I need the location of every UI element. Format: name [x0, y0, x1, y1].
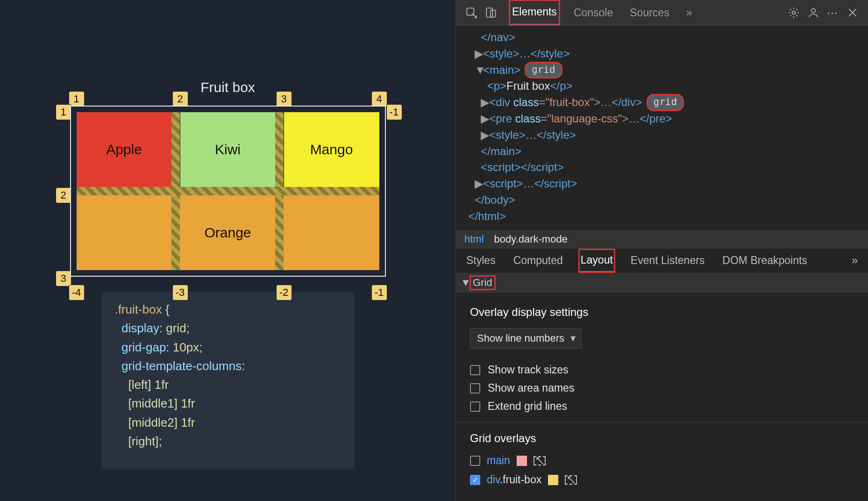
- tab-console[interactable]: Console: [571, 1, 616, 25]
- dom-node[interactable]: </html>: [456, 208, 868, 225]
- dom-node[interactable]: <pre class="language-css">…</pre>: [456, 111, 868, 127]
- svg-rect-2: [491, 10, 496, 17]
- grid-badge[interactable]: grid: [525, 62, 562, 78]
- checkbox-icon[interactable]: [470, 456, 480, 466]
- reveal-in-page-icon[interactable]: [565, 475, 577, 485]
- grid-line-number: 3: [276, 91, 292, 107]
- expand-toggle-icon[interactable]: [481, 111, 489, 127]
- checkbox-icon[interactable]: [470, 383, 480, 394]
- device-toggle-icon[interactable]: [481, 3, 501, 22]
- line-numbers-select[interactable]: Show line numbers: [470, 328, 582, 349]
- dom-node[interactable]: </body>: [456, 192, 868, 208]
- devtools-toolbar: Elements Console Sources » ⋯: [456, 0, 868, 26]
- grid-overlay-row-fruit-box[interactable]: div.fruit-box: [470, 473, 854, 486]
- grid-section-title: Grid: [470, 276, 495, 290]
- layout-grid-section-header[interactable]: ▼ Grid: [456, 273, 868, 293]
- dom-node[interactable]: <p>Fruit box</p>: [456, 78, 868, 94]
- dom-node[interactable]: <script>…</script>: [456, 176, 868, 192]
- checkbox-extend-grid-lines[interactable]: Extend grid lines: [470, 400, 854, 413]
- fruit-box-grid: Apple Kiwi Mango Orange: [74, 109, 382, 273]
- grid-line-number: 1: [56, 104, 71, 120]
- tab-dom-breakpoints[interactable]: DOM Breakpoints: [720, 250, 809, 272]
- grid-cell-apple: Apple: [77, 112, 172, 187]
- dom-breadcrumb: html body.dark-mode: [456, 230, 868, 249]
- checkbox-icon[interactable]: [470, 401, 480, 412]
- grid-cell-kiwi: Kiwi: [180, 112, 276, 187]
- dom-tree[interactable]: </nav> <style>…</style> <main>grid <p>Fr…: [456, 26, 868, 230]
- fruit-box-grid-wrap: 1 2 3 4 1 2 3 -1 -4 -3 -2 -1 Apple Kiwi …: [74, 109, 382, 273]
- inspect-element-icon[interactable]: [462, 3, 481, 22]
- styles-subpanel-tabs: Styles Computed Layout Event Listeners D…: [456, 249, 868, 274]
- close-devtools-icon[interactable]: [843, 3, 862, 22]
- grid-line-number: 2: [56, 187, 71, 203]
- tab-more-panels[interactable]: »: [683, 1, 695, 25]
- tab-layout[interactable]: Layout: [579, 249, 615, 272]
- checkbox-icon[interactable]: [470, 365, 480, 375]
- color-swatch-icon[interactable]: [517, 456, 527, 466]
- expand-toggle-icon[interactable]: [481, 94, 489, 111]
- breadcrumb-item[interactable]: html: [464, 233, 484, 245]
- svg-point-3: [792, 11, 796, 14]
- dom-node[interactable]: <script></script>: [456, 159, 868, 176]
- grid-line-number: 4: [371, 91, 387, 107]
- tab-elements[interactable]: Elements: [509, 0, 560, 25]
- devtools-pane: Elements Console Sources » ⋯ </nav> <sty…: [455, 0, 868, 501]
- layout-grid-pane: Overlay display settings Show line numbe…: [456, 293, 868, 501]
- dom-node[interactable]: <style>…</style>: [456, 46, 868, 62]
- dom-node[interactable]: </main>: [456, 143, 868, 160]
- dom-node[interactable]: </nav>: [456, 29, 868, 46]
- dom-node[interactable]: <style>…</style>: [456, 127, 868, 143]
- code-selector: .fruit-box: [115, 302, 162, 316]
- dom-node[interactable]: <main>grid: [456, 62, 868, 79]
- grid-line-number: 1: [69, 91, 85, 107]
- page-title: Fruit box: [200, 79, 255, 95]
- grid-overlay-row-main[interactable]: main: [470, 454, 854, 467]
- svg-point-4: [811, 8, 816, 13]
- account-icon[interactable]: [804, 3, 823, 22]
- tab-more-subpanels[interactable]: »: [850, 250, 860, 272]
- settings-gear-icon[interactable]: [784, 3, 804, 22]
- tab-computed[interactable]: Computed: [512, 250, 565, 272]
- expand-toggle-icon[interactable]: [481, 127, 489, 143]
- grid-line-number: -1: [371, 285, 387, 301]
- color-swatch-icon[interactable]: [548, 475, 558, 485]
- overlay-settings-heading: Overlay display settings: [470, 306, 854, 319]
- tab-event-listeners[interactable]: Event Listeners: [629, 250, 707, 272]
- expand-toggle-icon[interactable]: [475, 46, 483, 62]
- checkbox-show-track-sizes[interactable]: Show track sizes: [470, 364, 854, 376]
- grid-line-number: -4: [69, 285, 85, 301]
- grid-cell-mango: Mango: [284, 112, 379, 187]
- divider: [456, 422, 868, 422]
- checkbox-icon[interactable]: [470, 475, 480, 485]
- grid-cell-orange: Orange: [77, 195, 379, 270]
- grid-line-number: -1: [386, 104, 402, 120]
- tab-sources[interactable]: Sources: [627, 1, 672, 25]
- svg-rect-1: [486, 8, 492, 17]
- kebab-menu-icon[interactable]: ⋯: [823, 3, 843, 22]
- grid-overlays-heading: Grid overlays: [470, 432, 854, 445]
- tab-styles[interactable]: Styles: [464, 250, 498, 272]
- css-code-block: .fruit-box { display: grid; grid-gap: 10…: [102, 292, 354, 469]
- expand-toggle-icon[interactable]: [475, 62, 483, 79]
- reveal-in-page-icon[interactable]: [534, 456, 546, 465]
- breadcrumb-item[interactable]: body.dark-mode: [494, 233, 568, 245]
- grid-line-number: 3: [56, 271, 71, 286]
- checkbox-show-area-names[interactable]: Show area names: [470, 382, 854, 394]
- grid-gap-overlay: [77, 187, 379, 195]
- grid-line-number: 2: [172, 91, 188, 107]
- grid-badge[interactable]: grid: [647, 94, 684, 110]
- dom-node[interactable]: <div class="fruit-box">…</div>grid: [456, 94, 868, 111]
- expand-toggle-icon[interactable]: [475, 176, 483, 192]
- rendered-page-pane: Fruit box 1 2 3 4 1 2 3 -1 -4 -3 -2 -1 A…: [0, 0, 455, 501]
